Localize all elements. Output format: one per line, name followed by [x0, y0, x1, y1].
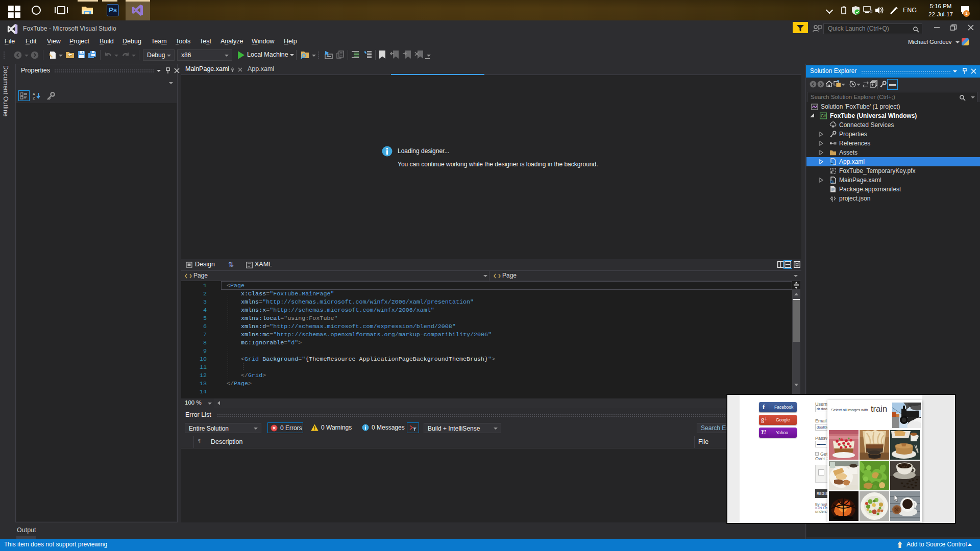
svg-text:C#: C#	[821, 113, 826, 118]
svg-text:A: A	[33, 92, 35, 96]
svg-text:Z: Z	[33, 96, 35, 100]
